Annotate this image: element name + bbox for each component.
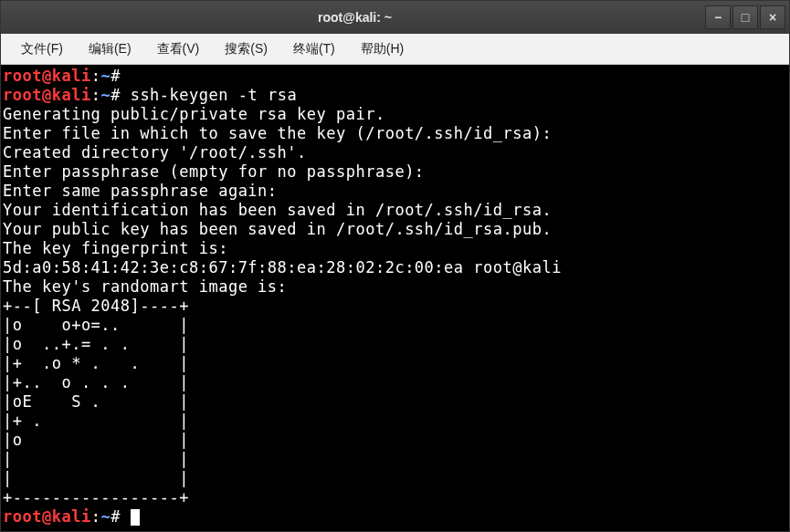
prompt-at: @ xyxy=(42,507,52,526)
terminal-line: |o o+o=.. | xyxy=(3,316,787,335)
terminal-line: |o | xyxy=(3,431,787,450)
terminal-line: | | xyxy=(3,450,787,469)
terminal-line: root@kali:~# xyxy=(3,67,787,86)
terminal-line: +-----------------+ xyxy=(3,488,787,507)
menu-terminal[interactable]: 终端(T) xyxy=(280,36,348,63)
window-title: root@kali: ~ xyxy=(5,10,705,25)
terminal-line: 5d:a0:58:41:42:3e:c8:67:7f:88:ea:28:02:2… xyxy=(3,258,787,277)
terminal-line: |+ . | xyxy=(3,412,787,431)
terminal-line: The key fingerprint is: xyxy=(3,239,787,258)
terminal-line: Enter file in which to save the key (/ro… xyxy=(3,124,787,143)
cmd-text: ssh-keygen -t rsa xyxy=(121,86,297,104)
prompt-path: ~ xyxy=(100,86,111,104)
terminal-line: root@kali:~# ssh-keygen -t rsa xyxy=(3,86,787,105)
menu-view[interactable]: 查看(V) xyxy=(144,36,213,63)
prompt-hash: # xyxy=(111,86,121,104)
terminal-line: Your identification has been saved in /r… xyxy=(3,201,787,220)
titlebar: root@kali: ~ − □ × xyxy=(1,1,789,34)
prompt-path: ~ xyxy=(100,507,111,526)
terminal-line: Enter same passphrase again: xyxy=(3,182,787,201)
prompt-colon: : xyxy=(91,86,101,104)
prompt-path: ~ xyxy=(100,67,111,85)
prompt-user: root xyxy=(3,67,42,85)
cmd-text xyxy=(121,67,131,85)
menu-help[interactable]: 帮助(H) xyxy=(348,36,416,63)
terminal-line: Generating public/private rsa key pair. xyxy=(3,105,787,124)
prompt-colon: : xyxy=(91,507,101,526)
window-controls: − □ × xyxy=(705,5,785,29)
prompt-hash: # xyxy=(111,67,121,85)
terminal-line: |o ..+.= . . | xyxy=(3,335,787,354)
prompt-host: kali xyxy=(52,86,91,104)
prompt-at: @ xyxy=(42,67,52,85)
terminal-body[interactable]: root@kali:~# root@kali:~# ssh-keygen -t … xyxy=(1,65,789,531)
close-button[interactable]: × xyxy=(760,5,785,29)
prompt-hash: # xyxy=(111,507,121,526)
terminal-line: | | xyxy=(3,469,787,488)
terminal-line: root@kali:~# xyxy=(3,507,787,527)
terminal-window: root@kali: ~ − □ × 文件(F) 编辑(E) 查看(V) 搜索(… xyxy=(0,0,790,532)
terminal-line: +--[ RSA 2048]----+ xyxy=(3,297,787,316)
terminal-line: |+.. o . . . | xyxy=(3,373,787,392)
cmd-text xyxy=(121,507,131,526)
prompt-host: kali xyxy=(52,67,91,85)
prompt-colon: : xyxy=(91,67,101,85)
prompt-user: root xyxy=(3,507,42,526)
terminal-line: |oE S . | xyxy=(3,392,787,412)
terminal-line: Created directory '/root/.ssh'. xyxy=(3,143,787,162)
menu-search[interactable]: 搜索(S) xyxy=(212,36,280,63)
menubar: 文件(F) 编辑(E) 查看(V) 搜索(S) 终端(T) 帮助(H) xyxy=(1,34,789,65)
terminal-line: Enter passphrase (empty for no passphras… xyxy=(3,162,787,182)
menu-file[interactable]: 文件(F) xyxy=(8,36,76,63)
minimize-button[interactable]: − xyxy=(705,5,731,29)
menu-edit[interactable]: 编辑(E) xyxy=(76,36,144,63)
prompt-at: @ xyxy=(42,86,52,104)
terminal-line: Your public key has been saved in /root/… xyxy=(3,220,787,239)
terminal-line: |+ .o * . . | xyxy=(3,354,787,373)
maximize-button[interactable]: □ xyxy=(732,5,758,29)
cursor-icon xyxy=(131,509,140,526)
prompt-host: kali xyxy=(52,507,91,526)
prompt-user: root xyxy=(3,86,42,104)
terminal-line: The key's randomart image is: xyxy=(3,277,787,297)
